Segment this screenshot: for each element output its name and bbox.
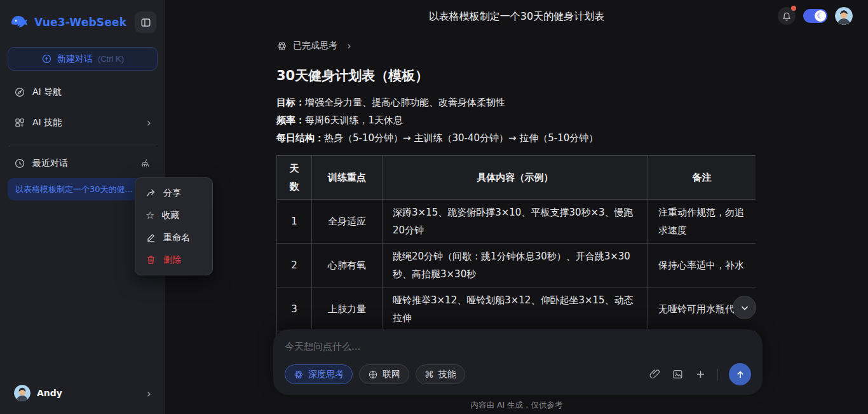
arrow-up-icon	[735, 369, 746, 380]
plan-table: 天数 训练重点 具体内容（示例） 备注 1 全身适应 深蹲3×15、跪姿俯卧撑3…	[276, 155, 756, 338]
col-header-focus: 训练重点	[312, 156, 383, 200]
intro-line: 频率：每周6天训练，1天休息	[276, 111, 756, 129]
user-profile-row[interactable]: Andy ›	[8, 380, 158, 406]
skills-label: 技能	[438, 369, 456, 380]
user-name: Andy	[37, 388, 62, 398]
sidebar-item-label: AI 导航	[32, 86, 62, 98]
notification-dot	[791, 6, 796, 11]
cell-content: 跳绳20分钟（间歇：跳1分钟休息30秒）、开合跳3×30秒、高抬腿3×30秒	[383, 244, 648, 287]
intro-line: 目标：增强全身力量、提高心肺功能、改善身体柔韧性	[276, 93, 756, 111]
cell-content: 哑铃推举3×12、哑铃划船3×12、仰卧起坐3×15、动态拉伸	[383, 287, 648, 331]
chevron-down-icon	[739, 302, 750, 314]
skills-grid-icon	[14, 117, 25, 128]
table-row: 3 上肢力量 哑铃推举3×12、哑铃划船3×12、仰卧起坐3×15、动态拉伸 无…	[277, 287, 756, 331]
chat-input[interactable]	[285, 341, 751, 352]
recent-chats-header: 最近对话	[8, 153, 158, 174]
atom-icon	[276, 41, 287, 52]
sidebar-item-ai-nav[interactable]: AI 导航	[8, 79, 158, 105]
intro-text: 每周6天训练，1天休息	[305, 114, 403, 126]
recent-chats-title: 最近对话	[32, 158, 68, 169]
collapse-sidebar-button[interactable]	[135, 11, 156, 33]
clear-history-button[interactable]	[140, 158, 151, 169]
intro-line: 每日结构：热身（5-10分钟）→ 主训练（30-40分钟）→ 拉伸（5-10分钟…	[276, 129, 756, 147]
app-window: Vue3-WebSeek 新建对话 (Ctrl K) AI 导航	[0, 0, 868, 414]
cell-day: 1	[277, 200, 312, 244]
thought-status-row[interactable]: 已完成思考 ›	[276, 39, 756, 52]
dark-mode-toggle[interactable]: ☾	[803, 9, 827, 23]
main-area: 以表格模板制定一个30天的健身计划表 ☾ 已完成思考 ›	[165, 0, 868, 414]
col-header-content: 具体内容（示例）	[383, 156, 648, 200]
sidebar-item-label: AI 技能	[32, 117, 62, 128]
logo-row: Vue3-WebSeek	[8, 8, 158, 37]
menu-item-label: 删除	[163, 254, 181, 266]
attach-file-button[interactable]	[649, 368, 661, 380]
chevron-right-icon: ›	[347, 39, 351, 52]
add-more-button[interactable]	[695, 368, 707, 380]
send-button[interactable]	[729, 363, 751, 385]
cell-notes: 注重动作规范，勿追求速度	[648, 200, 756, 244]
col-header-day: 天数	[277, 156, 312, 200]
bell-icon	[782, 11, 792, 21]
table-row: 2 心肺有氧 跳绳20分钟（间歇：跳1分钟休息30秒）、开合跳3×30秒、高抬腿…	[277, 244, 756, 287]
web-search-label: 联网	[383, 369, 400, 380]
sidebar-divider	[9, 146, 156, 146]
cell-day: 2	[277, 244, 312, 287]
trash-icon	[146, 254, 156, 265]
menu-item-rename[interactable]: 重命名	[135, 226, 212, 249]
globe-icon	[368, 369, 378, 380]
moon-icon: ☾	[815, 10, 826, 22]
paperclip-icon	[649, 368, 661, 380]
menu-item-label: 重命名	[163, 232, 190, 244]
conversation-context-menu: 分享 ☆ 收藏 重命名 删除	[135, 177, 213, 275]
deep-think-label: 深度思考	[308, 369, 344, 380]
whale-logo-icon	[9, 12, 29, 32]
upload-image-button[interactable]	[672, 368, 684, 380]
command-icon: ⌘	[424, 369, 434, 380]
star-icon: ☆	[146, 209, 154, 221]
image-icon	[672, 368, 684, 380]
plan-heading: 30天健身计划表（模板）	[276, 66, 756, 85]
cell-focus: 心肺有氧	[312, 244, 383, 287]
profile-avatar[interactable]	[835, 7, 853, 25]
compass-icon	[14, 86, 25, 98]
notifications-button[interactable]	[778, 7, 796, 25]
menu-item-label: 收藏	[161, 210, 179, 221]
app-title: Vue3-WebSeek	[34, 16, 126, 29]
scroll-to-bottom-button[interactable]	[733, 296, 756, 319]
menu-item-favorite[interactable]: ☆ 收藏	[135, 204, 212, 226]
col-header-notes: 备注	[648, 156, 756, 200]
pencil-icon	[146, 232, 156, 243]
table-row: 1 全身适应 深蹲3×15、跪姿俯卧撑3×10、平板支撑30秒×3、慢跑20分钟…	[277, 200, 756, 244]
ai-disclaimer: 内容由 AI 生成，仅供参考	[165, 400, 868, 411]
plan-intro: 目标：增强全身力量、提高心肺功能、改善身体柔韧性 频率：每周6天训练，1天休息 …	[276, 93, 756, 147]
user-avatar	[14, 385, 31, 401]
table-header-row: 天数 训练重点 具体内容（示例） 备注	[277, 156, 756, 200]
cell-focus: 上肢力量	[312, 287, 383, 331]
chat-message: 已完成思考 › 30天健身计划表（模板） 目标：增强全身力量、提高心肺功能、改善…	[276, 0, 756, 338]
cell-focus: 全身适应	[312, 200, 383, 244]
top-actions: ☾	[778, 7, 853, 25]
sidebar-item-ai-skills[interactable]: AI 技能 ›	[8, 110, 158, 135]
share-icon	[146, 188, 156, 198]
menu-item-delete[interactable]: 删除	[135, 249, 212, 271]
menu-item-label: 分享	[163, 188, 181, 199]
deep-think-toggle[interactable]: 深度思考	[285, 364, 353, 384]
web-search-toggle[interactable]: 联网	[359, 364, 409, 384]
toolbar-divider	[717, 369, 718, 380]
clock-icon	[14, 158, 25, 169]
skills-toggle[interactable]: ⌘ 技能	[416, 364, 465, 384]
intro-text: 增强全身力量、提高心肺功能、改善身体柔韧性	[305, 97, 505, 108]
plan-table-container: 天数 训练重点 具体内容（示例） 备注 1 全身适应 深蹲3×15、跪姿俯卧撑3…	[276, 155, 756, 338]
intro-label: 每日结构：	[276, 132, 324, 144]
thought-status-label: 已完成思考	[293, 40, 337, 52]
new-chat-label: 新建对话	[57, 53, 93, 65]
intro-label: 目标：	[276, 97, 305, 108]
composer-toolbar: 深度思考 联网 ⌘ 技能	[285, 363, 751, 385]
new-chat-shortcut: (Ctrl K)	[98, 54, 124, 64]
plus-circle-icon	[41, 53, 52, 64]
new-chat-button[interactable]: 新建对话 (Ctrl K)	[8, 47, 158, 71]
panel-icon	[140, 17, 152, 29]
intro-label: 频率：	[276, 114, 305, 126]
menu-item-share[interactable]: 分享	[135, 182, 212, 204]
composer: 深度思考 联网 ⌘ 技能	[273, 329, 763, 395]
